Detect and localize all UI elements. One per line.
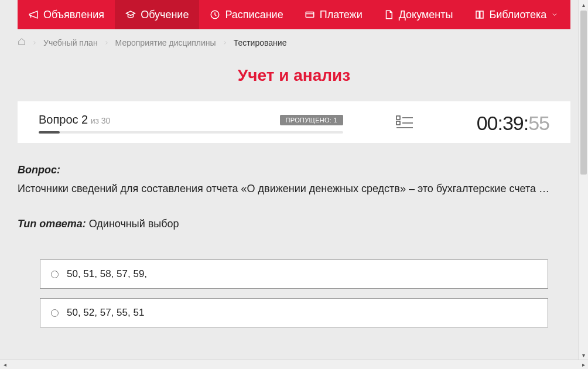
book-icon (474, 9, 485, 20)
nav-label: Обучение (141, 9, 189, 21)
breadcrumb-current: Тестирование (234, 38, 287, 47)
option-row[interactable]: 50, 52, 57, 55, 51 (40, 298, 548, 327)
nav-label: Платежи (320, 9, 363, 21)
question-total: из 30 (91, 116, 111, 125)
nav-schedule[interactable]: Расписание (199, 0, 293, 29)
document-icon (384, 9, 394, 20)
megaphone-icon (28, 9, 39, 20)
timer: 00:39:55 (477, 112, 549, 135)
nav-label: Документы (399, 9, 453, 21)
nav-documents[interactable]: Документы (373, 0, 464, 29)
nav-label: Библиотека (490, 9, 547, 21)
page-title: Учет и анализ (0, 66, 588, 85)
nav-label: Объявления (43, 9, 104, 21)
chevron-down-icon (551, 9, 558, 20)
nav-learning[interactable]: Обучение (115, 0, 199, 29)
answer-type-row: Тип ответа: Одиночный выбор (18, 218, 570, 230)
chevron-right-icon (222, 38, 228, 47)
nav-label: Расписание (225, 9, 283, 21)
question-heading: Вопрос: (18, 164, 570, 176)
scrollbar-thumb[interactable] (580, 11, 587, 175)
nav-announcements[interactable]: Объявления (18, 0, 115, 29)
status-card: Вопрос 2 из 30 ПРОПУЩЕНО: 1 00:39:55 (18, 101, 570, 143)
clock-icon (210, 9, 220, 20)
scroll-down-arrow-icon[interactable]: ▾ (579, 350, 588, 360)
chevron-right-icon (104, 38, 110, 47)
nav-library[interactable]: Библиотека (464, 0, 569, 29)
option-text: 50, 51, 58, 57, 59, (67, 268, 147, 280)
top-nav: Объявления Обучение Расписание Платежи Д… (18, 0, 570, 29)
options-area: 50, 51, 58, 57, 59, 50, 52, 57, 55, 51 (18, 259, 570, 327)
breadcrumb-link-event[interactable]: Мероприятие дисциплины (115, 38, 216, 47)
question-counter: Вопрос 2 из 30 (39, 113, 110, 127)
progress-bar-fill (39, 131, 60, 134)
skipped-badge: ПРОПУЩЕНО: 1 (280, 115, 343, 125)
breadcrumb-link-plan[interactable]: Учебный план (43, 38, 98, 47)
chevron-right-icon (32, 38, 37, 47)
nav-payments[interactable]: Платежи (294, 0, 373, 29)
question-list-icon[interactable] (396, 115, 413, 132)
question-number: Вопрос 2 (39, 113, 88, 126)
question-text: Источники сведений для составления отчет… (18, 181, 570, 197)
option-radio[interactable] (51, 271, 59, 278)
payment-icon (305, 9, 315, 20)
svg-rect-4 (396, 121, 400, 125)
breadcrumb: Учебный план Мероприятие дисциплины Тест… (0, 29, 588, 56)
svg-rect-1 (306, 12, 314, 18)
graduation-icon (125, 9, 136, 20)
option-row[interactable]: 50, 51, 58, 57, 59, (40, 259, 548, 289)
option-radio[interactable] (51, 309, 59, 317)
answer-type-label: Тип ответа: (18, 218, 86, 230)
home-icon[interactable] (18, 37, 26, 47)
answer-type-value: Одиночный выбор (89, 218, 179, 230)
timer-main: 00:39: (477, 112, 529, 134)
timer-seconds: 55 (528, 112, 549, 134)
option-text: 50, 52, 57, 55, 51 (67, 307, 144, 319)
svg-rect-2 (396, 116, 400, 119)
question-body: Вопрос: Источники сведений для составлен… (0, 143, 588, 327)
vertical-scrollbar[interactable]: ▴ ▾ (579, 0, 588, 360)
progress-bar (39, 131, 343, 134)
scroll-up-arrow-icon[interactable]: ▴ (579, 0, 588, 9)
